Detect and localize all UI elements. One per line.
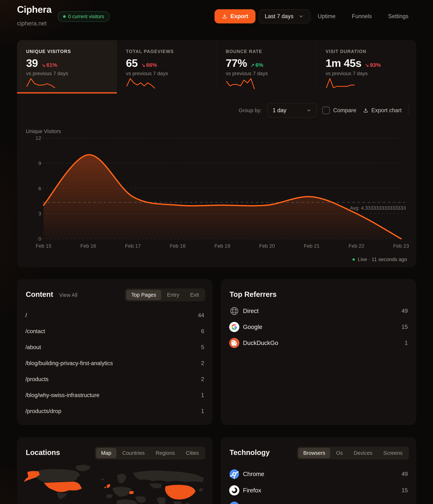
controls-divider (408, 106, 408, 115)
nav-funnels[interactable]: Funnels (352, 13, 372, 20)
stat-card-bounce-rate[interactable]: BOUNCE RATE 77% ↗6% vs previous 7 days (216, 40, 316, 93)
globe-icon (229, 306, 239, 316)
referrer-row-direct[interactable]: Direct 49 (221, 303, 416, 319)
page-count: 1 (201, 408, 204, 414)
stat-change: ↘93% (365, 62, 381, 68)
nav-settings[interactable]: Settings (388, 13, 408, 20)
technology-tab-screens[interactable]: Screens (378, 448, 408, 458)
duckduckgo-icon (229, 338, 239, 348)
locations-tab-regions[interactable]: Regions (150, 448, 180, 458)
page-row-blog-why-swiss-infrastructure[interactable]: /blog/why-swiss-infrastructure1 (17, 387, 213, 403)
export-button-label: Export (230, 13, 248, 20)
referrer-name: DuckDuckGo (243, 340, 278, 346)
stat-value: 1m 45s (326, 57, 362, 69)
stat-card-visit-duration[interactable]: VISIT DURATION 1m 45s ↘93% vs previous 7… (316, 40, 416, 93)
stat-compare-label: vs previous 7 days (226, 71, 268, 76)
technology-tab-browsers[interactable]: Browsers (298, 448, 330, 458)
svg-text:0: 0 (38, 236, 41, 242)
browser-count: 15 (402, 487, 408, 494)
page-path: /contact (25, 328, 45, 335)
compare-toggle[interactable]: Compare (322, 107, 356, 114)
sparkline-chart (25, 76, 56, 92)
header-nav: UptimeFunnelsSettings (318, 13, 408, 20)
sparkline-chart (225, 76, 256, 92)
arrow-down-right-icon: ↘ (141, 63, 145, 68)
content-tab-entry[interactable]: Entry (162, 290, 184, 300)
content-panel: Content View All Top PagesEntryExit /44/… (17, 279, 213, 425)
svg-text:9: 9 (38, 161, 41, 166)
page-row-products-drop[interactable]: /products/drop1 (17, 403, 213, 419)
world-map[interactable] (22, 464, 208, 504)
locations-title: Locations (26, 449, 60, 457)
page-count: 5 (201, 344, 204, 351)
map-india (156, 497, 165, 504)
technology-panel: Technology BrowsersOsDevicesScreens Chro… (221, 437, 416, 504)
view-all-link[interactable]: View All (59, 292, 78, 298)
page-count: 6 (201, 328, 204, 335)
site-domain: ciphera.net (17, 20, 47, 27)
visitors-chart[interactable]: 036912 Avg: 4.333333333333333 Feb 15Feb … (17, 125, 416, 254)
page-path: /products (25, 376, 49, 383)
referrer-row-google[interactable]: Google 15 (221, 319, 416, 335)
map-mexico (57, 492, 68, 499)
page-row-about[interactable]: /about5 (17, 339, 213, 355)
page-count: 2 (201, 360, 204, 367)
referrers-panel: Top Referrers Direct 49 Google 15 DuckDu… (221, 279, 416, 425)
svg-text:12: 12 (35, 135, 41, 141)
locations-panel: Locations MapCountriesRegionsCities (17, 437, 213, 504)
sparkline-chart (325, 76, 356, 92)
map-greenland (75, 465, 91, 471)
page-path: /blog/building-privacy-first-analytics (25, 360, 113, 367)
browser-name: Firefox (243, 487, 261, 494)
technology-tab-devices[interactable]: Devices (348, 448, 377, 458)
page-row-products[interactable]: /products2 (17, 371, 213, 387)
map-russia (133, 470, 204, 482)
export-chart-button[interactable]: Export chart (362, 107, 403, 114)
map-canada (33, 469, 80, 483)
export-button[interactable]: Export (215, 9, 255, 23)
stat-change: ↘61% (42, 62, 57, 68)
browser-row-partial[interactable] (221, 499, 416, 504)
page-row-blog-building-privacy-first-analytics[interactable]: /blog/building-privacy-first-analytics2 (17, 355, 213, 371)
content-tab-top-pages[interactable]: Top Pages (126, 290, 161, 300)
locations-tab-map[interactable]: Map (96, 448, 116, 458)
map-se-asia (173, 501, 182, 504)
chart-controls: Group by: 1 day Compare Export chart (239, 103, 408, 118)
svg-text:Feb 23: Feb 23 (393, 243, 409, 249)
group-by-select[interactable]: 1 day (267, 103, 317, 118)
referrer-count: 15 (402, 324, 408, 330)
compare-checkbox[interactable] (322, 107, 330, 114)
svg-text:Feb 16: Feb 16 (80, 243, 96, 249)
svg-text:Feb 22: Feb 22 (348, 243, 364, 249)
referrers-title: Top Referrers (230, 290, 277, 298)
technology-title: Technology (230, 449, 270, 457)
date-range-select[interactable]: Last 7 days (259, 9, 310, 23)
locations-tab-cities[interactable]: Cities (181, 448, 204, 458)
stat-compare-label: vs previous 7 days (326, 71, 368, 76)
live-status: Live · 11 seconds ago (353, 257, 407, 262)
map-europe (112, 486, 132, 497)
stat-label: TOTAL PAGEVIEWS (126, 49, 174, 54)
technology-tab-os[interactable]: Os (331, 448, 348, 458)
page-path: /products/drop (25, 408, 61, 414)
browser-row-chrome[interactable]: Chrome 49 (221, 466, 416, 482)
svg-text:3: 3 (38, 211, 41, 216)
svg-text:Avg: 4.333333333333333: Avg: 4.333333333333333 (350, 205, 406, 211)
locations-tab-countries[interactable]: Countries (117, 448, 150, 458)
page-row-[interactable]: /44 (17, 307, 213, 323)
svg-text:Feb 18: Feb 18 (170, 243, 185, 249)
nav-uptime[interactable]: Uptime (318, 13, 336, 20)
map-africa (116, 499, 138, 504)
technology-tabs: BrowsersOsDevicesScreens (297, 447, 409, 459)
content-tab-exit[interactable]: Exit (185, 290, 204, 300)
map-scandinavia (117, 474, 127, 484)
stat-card-total-pageviews[interactable]: TOTAL PAGEVIEWS 65 ↘66% vs previous 7 da… (117, 40, 217, 93)
referrer-row-duckduckgo[interactable]: DuckDuckGo 1 (221, 335, 416, 351)
browser-row-firefox[interactable]: Firefox 15 (221, 482, 416, 499)
page-row-contact[interactable]: /contact6 (17, 323, 213, 339)
stat-value: 39 (26, 57, 38, 69)
svg-text:Feb 20: Feb 20 (259, 243, 275, 249)
map-iceland (100, 478, 105, 481)
stat-card-unique-visitors[interactable]: UNIQUE VISITORS 39 ↘61% vs previous 7 da… (17, 40, 117, 93)
live-dot-icon (353, 258, 355, 261)
